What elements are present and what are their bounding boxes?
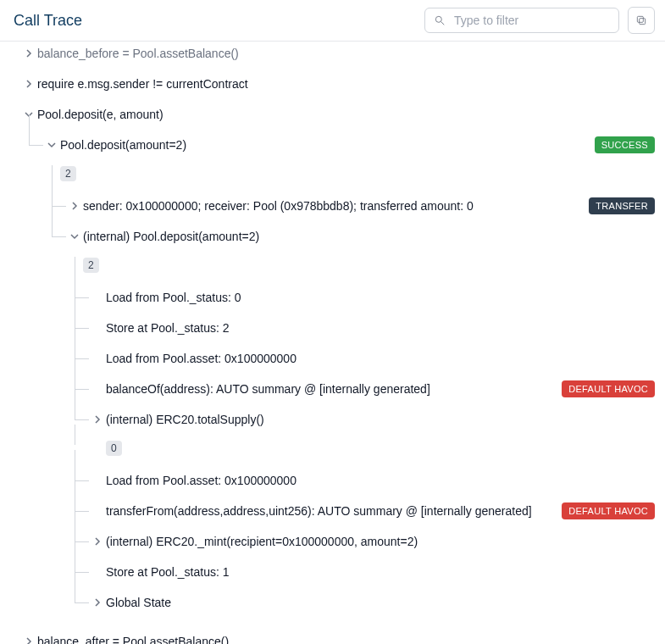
svg-rect-2 <box>640 19 646 25</box>
row-label: (internal) ERC20.totalSupply() <box>106 411 655 428</box>
tree-row[interactable]: Store at Pool._status: 1 <box>10 557 655 587</box>
filter-box[interactable] <box>424 8 619 33</box>
tree-row[interactable]: require e.msg.sender != currentContract <box>10 69 655 99</box>
count-badge: 2 <box>60 166 76 181</box>
svg-point-0 <box>435 16 441 22</box>
row-label: Pool.deposit(e, amount) <box>37 106 655 123</box>
svg-line-1 <box>441 22 445 25</box>
tree-row[interactable]: Pool.deposit(amount=2) SUCCESS <box>10 130 655 160</box>
filter-input[interactable] <box>452 13 610 28</box>
chevron-down-icon[interactable] <box>66 232 83 241</box>
call-trace-tree: balance_before = Pool.assetBalance() req… <box>0 42 665 644</box>
chevron-right-icon[interactable] <box>20 80 37 88</box>
tree-row[interactable]: Load from Pool.asset: 0x100000000 <box>10 343 655 374</box>
row-label: Global State <box>106 594 655 611</box>
chevron-right-icon[interactable] <box>66 202 83 210</box>
status-badge-havoc: DEFAULT HAVOC <box>562 502 655 519</box>
row-label: transferFrom(address,address,uint256): A… <box>106 502 555 519</box>
row-label: sender: 0x100000000; receiver: Pool (0x9… <box>83 197 582 214</box>
row-label: balance_before = Pool.assetBalance() <box>37 45 655 62</box>
chevron-right-icon[interactable] <box>89 415 106 424</box>
tree-row[interactable]: balance_after = Pool.assetBalance() <box>10 626 655 644</box>
tree-row[interactable]: Store at Pool._status: 2 <box>10 313 655 343</box>
row-label: Load from Pool._status: 0 <box>106 289 655 306</box>
tree-row[interactable]: balance_before = Pool.assetBalance() <box>10 38 655 69</box>
tree-row[interactable]: transferFrom(address,address,uint256): A… <box>10 496 655 526</box>
count-row: 2 <box>10 252 655 282</box>
count-badge: 0 <box>106 441 122 456</box>
tree-row[interactable]: (internal) ERC20.totalSupply() <box>10 404 655 435</box>
row-label: (internal) ERC20._mint(recipient=0x10000… <box>106 533 655 550</box>
svg-rect-3 <box>637 16 643 22</box>
row-label: (internal) Pool.deposit(amount=2) <box>83 228 655 245</box>
tree-row[interactable]: sender: 0x100000000; receiver: Pool (0x9… <box>10 191 655 221</box>
row-label: balanceOf(address): AUTO summary @ [inte… <box>106 380 555 397</box>
row-label: Pool.deposit(amount=2) <box>60 136 588 153</box>
header-actions <box>424 7 655 34</box>
row-label: balance_after = Pool.assetBalance() <box>37 633 655 644</box>
count-badge: 2 <box>83 258 99 273</box>
tree-row[interactable]: Load from Pool.asset: 0x100000000 <box>10 465 655 496</box>
chevron-right-icon[interactable] <box>20 637 37 644</box>
page-title: Call Trace <box>14 12 82 30</box>
tree-row[interactable]: Global State <box>10 587 655 618</box>
row-label: Store at Pool._status: 1 <box>106 564 655 580</box>
tree-row[interactable]: (internal) Pool.deposit(amount=2) <box>10 221 655 252</box>
chevron-right-icon[interactable] <box>89 598 106 607</box>
status-badge-havoc: DEFAULT HAVOC <box>562 380 655 397</box>
status-badge-transfer: TRANSFER <box>589 197 655 214</box>
count-row: 2 <box>10 160 655 191</box>
count-row: 0 <box>10 435 655 465</box>
search-icon <box>434 14 446 26</box>
status-badge-success: SUCCESS <box>595 136 655 153</box>
tree-row[interactable]: Load from Pool._status: 0 <box>10 282 655 313</box>
tree-row[interactable]: Pool.deposit(e, amount) <box>10 99 655 130</box>
tree-row[interactable]: balanceOf(address): AUTO summary @ [inte… <box>10 374 655 404</box>
row-label: Store at Pool._status: 2 <box>106 319 655 336</box>
chevron-down-icon[interactable] <box>43 141 60 149</box>
row-label: Load from Pool.asset: 0x100000000 <box>106 350 655 367</box>
row-label: require e.msg.sender != currentContract <box>37 75 655 92</box>
copy-button[interactable] <box>628 7 655 34</box>
copy-icon <box>635 14 647 26</box>
chevron-right-icon[interactable] <box>20 49 37 58</box>
chevron-right-icon[interactable] <box>89 537 106 546</box>
row-label: Load from Pool.asset: 0x100000000 <box>106 472 655 489</box>
tree-row[interactable]: (internal) ERC20._mint(recipient=0x10000… <box>10 526 655 557</box>
header: Call Trace <box>0 0 665 42</box>
